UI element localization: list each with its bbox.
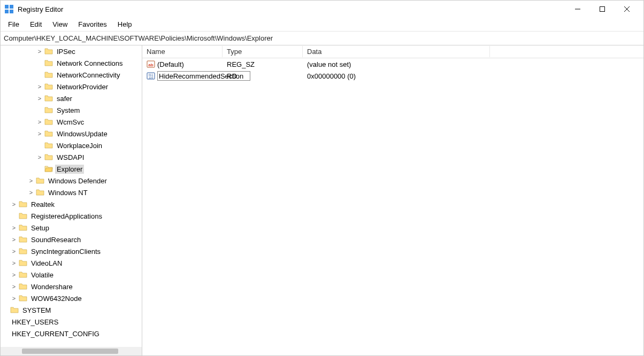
expand-toggle-icon[interactable]: > xyxy=(27,177,35,184)
tree-node[interactable]: >Wondershare xyxy=(1,281,142,292)
tree-node-label: SyncIntegrationClients xyxy=(29,247,102,256)
column-data[interactable]: Data xyxy=(303,46,490,57)
expand-toggle-icon[interactable]: > xyxy=(36,83,43,90)
list-rows: ab(Default)REG_SZ(value not set)011110RD… xyxy=(142,58,643,355)
tree-node[interactable]: >Realtek xyxy=(1,198,142,210)
folder-icon xyxy=(44,141,53,150)
tree-node[interactable]: Explorer xyxy=(1,163,142,175)
tree-node-label: System xyxy=(55,106,81,115)
value-data: (value not set) xyxy=(307,60,351,68)
expand-toggle-icon[interactable]: > xyxy=(10,259,18,267)
expand-toggle-icon xyxy=(10,212,18,220)
svg-rect-3 xyxy=(10,10,13,13)
menu-bar: File Edit View Favorites Help xyxy=(1,18,643,32)
value-row[interactable]: ab(Default)REG_SZ(value not set) xyxy=(142,58,643,70)
tree-node[interactable]: >safer xyxy=(1,92,142,104)
tree-node[interactable]: >WSDAPI xyxy=(1,151,142,163)
folder-icon xyxy=(44,106,53,114)
tree-node-label: Setup xyxy=(29,223,51,233)
column-type[interactable]: Type xyxy=(223,46,303,57)
folder-icon xyxy=(36,188,44,197)
expand-toggle-icon[interactable]: > xyxy=(36,48,43,55)
expand-toggle-icon xyxy=(2,318,9,326)
expand-toggle-icon[interactable]: > xyxy=(10,200,18,208)
list-header: Name Type Data xyxy=(142,45,643,58)
expand-toggle-icon[interactable]: > xyxy=(10,236,18,243)
tree-node[interactable]: WorkplaceJoin xyxy=(1,140,142,151)
tree-node[interactable]: >SyncIntegrationClients xyxy=(1,245,142,257)
expand-toggle-icon xyxy=(36,106,43,114)
expand-toggle-icon[interactable]: > xyxy=(10,224,18,231)
value-name: (Default) xyxy=(157,60,184,68)
tree-node[interactable]: >WOW6432Node xyxy=(1,292,142,304)
expand-toggle-icon[interactable]: > xyxy=(36,130,43,137)
menu-file[interactable]: File xyxy=(3,19,25,30)
expand-toggle-icon[interactable]: > xyxy=(27,189,35,196)
tree-horizontal-scrollbar[interactable] xyxy=(1,347,142,355)
svg-rect-5 xyxy=(600,7,605,12)
tree-node-label: WSDAPI xyxy=(55,153,86,162)
expand-toggle-icon[interactable]: > xyxy=(10,271,18,278)
expand-toggle-icon[interactable]: > xyxy=(36,153,43,161)
scrollbar-thumb[interactable] xyxy=(22,349,118,354)
tree-node-label: Realtek xyxy=(29,200,56,209)
tree-node-label: SoundResearch xyxy=(29,235,82,244)
tree-node[interactable]: HKEY_CURRENT_CONFIG xyxy=(1,328,142,339)
tree-node[interactable]: >SoundResearch xyxy=(1,234,142,245)
tree-node[interactable]: >Windows Defender xyxy=(1,175,142,187)
tree-node-label: Windows Defender xyxy=(47,176,109,185)
title-bar: Registry Editor xyxy=(1,1,643,18)
minimize-button[interactable] xyxy=(565,1,590,18)
close-button[interactable] xyxy=(615,1,639,18)
folder-icon xyxy=(44,71,53,79)
tree-node[interactable]: RegisteredApplications xyxy=(1,210,142,222)
window-title: Registry Editor xyxy=(18,5,63,13)
cell-name: ab(Default) xyxy=(142,59,223,69)
expand-toggle-icon[interactable]: > xyxy=(10,247,18,255)
tree-node[interactable]: System xyxy=(1,104,142,116)
tree-node[interactable]: >WindowsUpdate xyxy=(1,128,142,140)
tree-node[interactable]: >IPSec xyxy=(1,45,142,57)
value-type: RD xyxy=(227,72,237,80)
address-bar[interactable]: Computer\HKEY_LOCAL_MACHINE\SOFTWARE\Pol… xyxy=(1,32,643,45)
cell-name: 011110 xyxy=(142,71,223,81)
folder-icon xyxy=(19,212,27,220)
tree-node[interactable]: >VideoLAN xyxy=(1,257,142,269)
menu-view[interactable]: View xyxy=(47,19,73,30)
cell-data: (value not set) xyxy=(303,60,490,69)
tree-node[interactable]: >NetworkProvider xyxy=(1,81,142,92)
expand-toggle-icon[interactable]: > xyxy=(10,295,18,302)
folder-icon xyxy=(44,153,53,161)
cell-type: REG_SZ xyxy=(223,60,303,69)
column-name[interactable]: Name xyxy=(142,46,223,57)
tree-node-label: safer xyxy=(55,94,74,103)
tree-node[interactable]: NetworkConnectivity xyxy=(1,69,142,81)
tree-node-label: NetworkProvider xyxy=(55,82,110,91)
binary-value-icon: 011110 xyxy=(147,72,155,80)
expand-toggle-icon[interactable]: > xyxy=(36,118,43,126)
tree-node[interactable]: >Volatile xyxy=(1,269,142,281)
tree-node[interactable]: >WcmSvc xyxy=(1,116,142,128)
tree-node[interactable]: SYSTEM xyxy=(1,304,142,316)
folder-icon xyxy=(19,270,27,279)
list-pane: Name Type Data ab(Default)REG_SZ(value n… xyxy=(142,45,643,355)
menu-help[interactable]: Help xyxy=(112,19,137,30)
folder-icon xyxy=(44,47,53,56)
tree-pane[interactable]: >IPSecNetwork ConnectionsNetworkConnecti… xyxy=(1,45,142,355)
folder-icon xyxy=(19,223,27,232)
maximize-button[interactable] xyxy=(590,1,615,18)
tree-node[interactable]: >Setup xyxy=(1,222,142,234)
svg-text:ab: ab xyxy=(148,63,153,67)
folder-icon xyxy=(44,82,53,91)
menu-favorites[interactable]: Favorites xyxy=(73,19,112,30)
expand-toggle-icon[interactable]: > xyxy=(36,95,43,102)
tree-node-label: WorkplaceJoin xyxy=(55,141,104,150)
svg-rect-2 xyxy=(5,10,9,13)
tree-node[interactable]: >Windows NT xyxy=(1,187,142,198)
expand-toggle-icon[interactable]: > xyxy=(10,283,18,290)
menu-edit[interactable]: Edit xyxy=(25,19,47,30)
tree-node[interactable]: HKEY_USERS xyxy=(1,316,142,328)
tree-node-label: RegisteredApplications xyxy=(29,212,104,221)
value-row[interactable]: 011110RD0x00000000 (0) xyxy=(142,70,643,82)
tree-node[interactable]: Network Connections xyxy=(1,57,142,69)
